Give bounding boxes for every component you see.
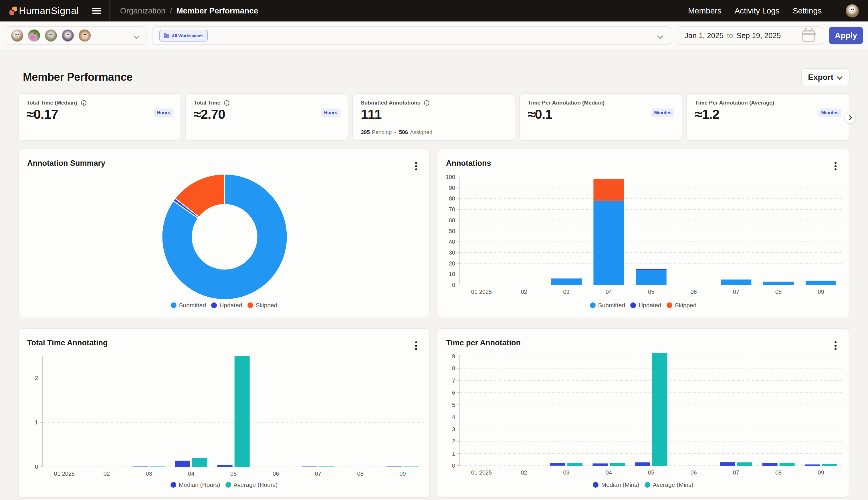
svg-text:05: 05 [648, 469, 654, 476]
svg-text:10: 10 [449, 271, 455, 277]
svg-text:9: 9 [452, 353, 455, 360]
svg-text:03: 03 [145, 470, 152, 477]
svg-text:7: 7 [452, 377, 455, 384]
svg-text:70: 70 [449, 206, 455, 213]
svg-text:01 2025: 01 2025 [471, 289, 492, 295]
svg-text:05: 05 [648, 289, 654, 295]
svg-text:08: 08 [775, 469, 782, 476]
svg-text:1: 1 [35, 419, 38, 425]
svg-text:05: 05 [230, 470, 237, 477]
svg-text:01 2025: 01 2025 [471, 469, 492, 476]
svg-text:02: 02 [521, 469, 527, 476]
svg-text:2: 2 [452, 438, 455, 444]
svg-text:06: 06 [690, 289, 697, 295]
svg-text:100: 100 [446, 174, 455, 180]
svg-text:07: 07 [315, 470, 321, 477]
svg-text:80: 80 [449, 195, 455, 202]
svg-text:06: 06 [690, 469, 697, 476]
svg-text:1: 1 [452, 451, 455, 457]
svg-text:40: 40 [449, 239, 455, 245]
svg-text:0: 0 [452, 463, 455, 469]
svg-text:90: 90 [449, 185, 455, 191]
svg-text:03: 03 [563, 289, 569, 295]
svg-text:20: 20 [449, 260, 455, 266]
svg-text:01 2025: 01 2025 [54, 470, 75, 477]
svg-text:4: 4 [452, 414, 455, 420]
svg-text:07: 07 [733, 469, 739, 476]
svg-text:60: 60 [449, 217, 455, 223]
svg-text:04: 04 [188, 470, 194, 477]
svg-text:5: 5 [452, 402, 455, 408]
svg-text:50: 50 [449, 228, 455, 234]
svg-text:04: 04 [606, 469, 612, 476]
svg-text:08: 08 [775, 289, 782, 295]
svg-text:09: 09 [818, 469, 824, 476]
svg-text:6: 6 [452, 389, 455, 396]
svg-text:09: 09 [818, 289, 824, 295]
svg-text:02: 02 [521, 289, 527, 295]
svg-text:0: 0 [35, 464, 38, 470]
svg-text:08: 08 [357, 470, 363, 477]
svg-text:07: 07 [733, 289, 739, 295]
svg-text:02: 02 [104, 470, 110, 477]
svg-text:0: 0 [452, 282, 455, 288]
svg-text:8: 8 [452, 365, 455, 372]
svg-text:04: 04 [606, 289, 612, 295]
svg-text:03: 03 [563, 469, 569, 476]
svg-text:06: 06 [273, 470, 279, 477]
svg-text:2: 2 [35, 375, 38, 381]
svg-text:09: 09 [399, 470, 406, 477]
svg-text:3: 3 [452, 426, 455, 432]
svg-text:30: 30 [449, 249, 455, 256]
